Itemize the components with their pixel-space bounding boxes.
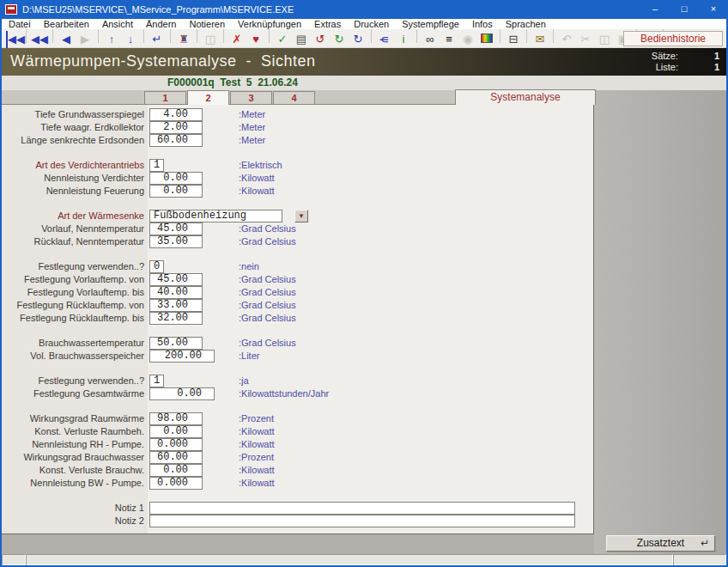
menu-item-datei[interactable]: Datei xyxy=(9,19,31,29)
field-input[interactable]: 35.00 xyxy=(149,235,203,248)
toolbar-icons: ◀◀◀◀◀▶↑↓↵♜◫✗♥✓▤↺↻↻⋔i∞≡◉⊟✉↶✂◫▣? xyxy=(5,29,667,48)
menu-item-ansicht[interactable]: Ansicht xyxy=(102,19,133,29)
field-input[interactable]: 60.00 xyxy=(149,134,203,147)
field-label: Notiz 1 xyxy=(2,502,144,515)
field-unit: :Grad Celsius xyxy=(239,299,296,312)
field-unit: :Prozent xyxy=(239,412,274,425)
toolbar-separator xyxy=(52,29,53,43)
menu-item-ändern[interactable]: Ändern xyxy=(146,19,176,29)
minimize-button[interactable]: – xyxy=(640,0,670,19)
maximize-button[interactable]: □ xyxy=(670,0,699,19)
page-title: Wärmepumpen-Systemanalyse - Sichten xyxy=(10,52,316,70)
menu-item-systempflege[interactable]: Systempflege xyxy=(402,19,459,29)
field-input[interactable] xyxy=(149,515,575,527)
form-row: Festlegung Vorlauftemp. bis40.00:Grad Ce… xyxy=(2,286,594,299)
next-record-icon: ▶ xyxy=(76,31,94,48)
field-input[interactable]: 0.00 xyxy=(149,172,203,185)
field-input[interactable]: 45.00 xyxy=(149,223,203,235)
menu-item-sprachen[interactable]: Sprachen xyxy=(506,19,546,29)
field-input[interactable] xyxy=(149,502,575,515)
branch-icon[interactable]: ⋔ xyxy=(376,31,393,48)
field-label: Rücklauf, Nenntemperatur xyxy=(2,235,144,248)
field-label: Nennleistung BW - Pumpe. xyxy=(2,477,144,490)
toolbar-separator xyxy=(143,29,144,43)
mail-icon[interactable]: ✉ xyxy=(531,31,549,48)
menu-item-bearbeiten[interactable]: Bearbeiten xyxy=(44,19,89,29)
rotate-red-icon[interactable]: ↺ xyxy=(312,31,329,48)
enter-icon[interactable]: ↵ xyxy=(149,31,166,48)
first-record-icon[interactable]: ◀◀ xyxy=(6,31,21,48)
field-label: Festlegung verwenden..? xyxy=(2,375,144,387)
dropdown-arrow-button[interactable]: ▼ xyxy=(294,210,308,223)
liste-label: Liste: xyxy=(656,62,678,73)
waermesenke-select[interactable]: Fußbodenheizung xyxy=(149,210,282,223)
field-input[interactable]: 0.00 xyxy=(149,387,215,400)
search-binoculars-icon[interactable]: ∞ xyxy=(422,31,439,48)
form-row: Art der WärmesenkeFußbodenheizung▼ xyxy=(2,210,594,223)
field-input[interactable]: 0.00 xyxy=(149,464,203,477)
palette-icon[interactable] xyxy=(481,34,493,43)
list-icon[interactable]: ≡ xyxy=(440,31,458,48)
bedienhistorie-button[interactable]: Bedienhistorie xyxy=(623,31,723,46)
menu-item-extras[interactable]: Extras xyxy=(314,19,341,29)
field-input[interactable]: 32.00 xyxy=(149,312,203,325)
field-unit: :Grad Celsius xyxy=(239,223,296,235)
menu-item-notieren[interactable]: Notieren xyxy=(189,19,225,29)
tab-4[interactable]: 4 xyxy=(273,91,315,104)
field-input[interactable]: 33.00 xyxy=(149,299,203,312)
toolbar-separator xyxy=(98,29,99,43)
info-icon[interactable]: i xyxy=(395,31,412,48)
field-unit: :Meter xyxy=(239,121,265,134)
close-button[interactable]: × xyxy=(699,0,728,19)
form-panel: Tiefe Grundwasserspiegel4.00:MeterTiefe … xyxy=(2,105,594,534)
toolbar-separator xyxy=(416,29,417,43)
field-input[interactable]: 98.00 xyxy=(149,412,203,425)
tab-3[interactable]: 3 xyxy=(230,91,272,104)
field-input[interactable]: 0.000 xyxy=(149,438,203,451)
field-input[interactable]: 2.00 xyxy=(149,121,203,134)
liste-value: 1 xyxy=(678,62,719,73)
field-input[interactable]: 45.00 xyxy=(149,273,203,286)
form-row: Tiefe Grundwasserspiegel4.00:Meter xyxy=(2,108,594,121)
field-input[interactable]: 60.00 xyxy=(149,451,203,464)
delete-icon[interactable]: ✗ xyxy=(228,31,246,48)
menu-item-drucken[interactable]: Drucken xyxy=(354,19,389,29)
field-input[interactable]: 0.000 xyxy=(149,477,203,490)
field-input[interactable]: 50.00 xyxy=(149,337,203,350)
toolbar-separator xyxy=(526,29,527,43)
field-input[interactable]: 200.00 xyxy=(149,350,215,363)
field-input[interactable]: 0.00 xyxy=(149,425,203,438)
tab-2[interactable]: 2 xyxy=(187,90,229,105)
rotate-green-icon[interactable]: ↻ xyxy=(331,31,348,48)
form-icon[interactable]: ▤ xyxy=(293,31,310,48)
menu-item-infos[interactable]: Infos xyxy=(472,19,493,29)
form-row: Nennleistung RH - Pumpe.0.000:Kilowatt xyxy=(2,438,594,451)
field-input[interactable]: 0.00 xyxy=(149,185,203,198)
cut-icon: ✂ xyxy=(577,31,594,48)
stamp-icon[interactable]: ♜ xyxy=(175,31,192,48)
field-label: Festlegung Rücklauftemp. von xyxy=(2,299,144,312)
tab-1[interactable]: 1 xyxy=(144,91,186,104)
field-input[interactable]: 1 xyxy=(149,159,164,172)
previous-record-icon[interactable]: ◀ xyxy=(58,31,75,48)
up-icon[interactable]: ↑ xyxy=(103,31,120,48)
fast-back-icon[interactable]: ◀◀ xyxy=(31,31,48,48)
field-input[interactable]: 0 xyxy=(149,260,164,273)
menu-item-verknüpfungen[interactable]: Verknüpfungen xyxy=(238,19,301,29)
record-band: F000001q Test 5 21.06.24 xyxy=(2,76,726,90)
confirm-check-icon[interactable]: ✓ xyxy=(274,31,291,48)
rotate-blue-icon[interactable]: ↻ xyxy=(349,31,367,48)
field-unit: :Kilowatt xyxy=(239,185,275,198)
zusatztext-button[interactable]: Zusatztext ↵ xyxy=(606,535,715,552)
field-unit: :Kilowatt xyxy=(239,477,275,490)
field-input[interactable]: 40.00 xyxy=(149,286,203,299)
favorite-heart-icon[interactable]: ♥ xyxy=(247,31,264,48)
field-input[interactable]: 1 xyxy=(149,375,164,387)
down-icon[interactable]: ↓ xyxy=(122,31,139,48)
print-icon[interactable]: ⊟ xyxy=(505,31,522,48)
form-row: Konst. Verluste Raumbeh.0.00:Kilowatt xyxy=(2,425,594,438)
field-input[interactable]: 4.00 xyxy=(149,108,203,121)
field-label: Brauchwassertemperatur xyxy=(2,337,144,350)
tab-systemanalyse[interactable]: Systemanalyse xyxy=(455,89,596,105)
app-icon xyxy=(5,4,17,15)
